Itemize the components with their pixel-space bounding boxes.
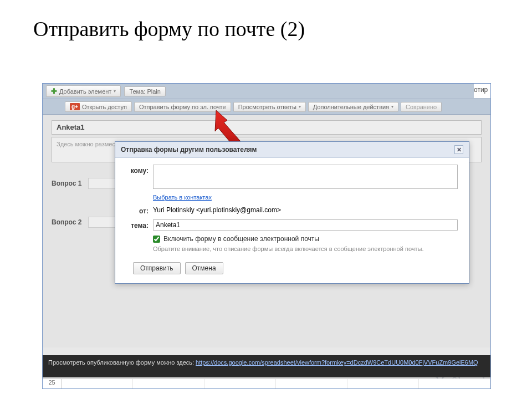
dialog-buttons: Отправить Отмена [133,262,458,274]
form-title-input[interactable]: Anketa1 [52,120,482,135]
send-email-button[interactable]: Отправить форму по эл. почте [134,102,231,112]
cancel-button[interactable]: Отмена [185,262,223,274]
footer-bar: Просмотреть опубликованную форму можно з… [43,355,490,377]
include-form-checkbox[interactable] [153,236,160,243]
theme-label: Тема: Plain [129,88,160,95]
question-2-label: Вопрос 2 [52,218,81,226]
screenshot-region: отир G ✚ Добавить элемент ▾ Тема: Plain … [42,83,491,389]
from-row: от: Yuri Plotinskiy <yuri.plotinskiy@gma… [126,205,458,215]
view-responses-label: Просмотреть ответы [238,104,296,110]
theme-button[interactable]: Тема: Plain [124,86,165,96]
gplus-icon: g+ [70,103,80,110]
view-responses-button[interactable]: Просмотреть ответы ▾ [233,102,306,112]
include-form-label: Включить форму в сообщение электронной п… [163,235,319,243]
include-note: Обратите внимание, что описание формы вс… [153,245,441,253]
add-item-button[interactable]: ✚ Добавить элемент ▾ [46,85,121,97]
subject-row: тема: [126,219,458,231]
dialog-body: кому: Выбрать в контактах от: Yuri Ploti… [115,158,469,283]
share-button[interactable]: g+ Открыть доступ [65,101,132,112]
to-label: кому: [126,165,149,175]
sheet-cell[interactable] [133,379,204,388]
dialog-title: Отправка формы другим пользователям [121,146,257,154]
close-icon: ✕ [457,146,462,154]
sheet-cell[interactable] [276,379,347,388]
share-label: Открыть доступ [82,104,127,110]
saved-indicator: Сохранено [401,102,442,112]
toolbar-secondary: g+ Открыть доступ Отправить форму по эл.… [43,99,490,115]
sheet-cell[interactable] [347,379,419,388]
choose-contacts-link[interactable]: Выбрать в контактах [153,194,212,201]
subject-label: тема: [126,219,149,229]
to-input[interactable] [153,165,458,189]
add-item-label: Добавить элемент [59,88,111,95]
subject-input[interactable] [153,219,458,231]
saved-label: Сохранено [406,104,437,110]
chevron-down-icon: ▾ [299,104,301,109]
sheet-cell[interactable] [62,379,133,388]
send-form-dialog: Отправка формы другим пользователям ✕ ко… [115,141,469,284]
question-1-label: Вопрос 1 [52,180,81,187]
dialog-header: Отправка формы другим пользователям ✕ [115,142,469,158]
more-actions-label: Дополнительные действия [313,104,389,110]
spreadsheet-row: 25 [43,378,490,388]
sheet-cell[interactable] [419,379,490,388]
send-email-label: Отправить форму по эл. почте [139,104,226,110]
from-value: Yuri Plotinskiy <yuri.plotinskiy@gmail.c… [153,205,281,214]
from-label: от: [126,205,149,215]
send-button[interactable]: Отправить [133,262,181,274]
more-actions-button[interactable]: Дополнительные действия ▾ [308,102,398,112]
include-form-row: Включить форму в сообщение электронной п… [153,235,458,243]
to-row: кому: [126,165,458,189]
row-number: 25 [43,379,62,388]
cutoff-text: отир [474,84,490,98]
chevron-down-icon: ▾ [114,89,116,94]
sheet-cell[interactable] [204,379,276,388]
slide-title: Отправить форму по почте (2) [0,0,532,52]
footer-link[interactable]: https://docs.google.com/spreadsheet/view… [196,359,478,366]
footer-text: Просмотреть опубликованную форму можно з… [48,359,196,366]
close-button[interactable]: ✕ [454,145,463,154]
toolbar-primary: ✚ Добавить элемент ▾ Тема: Plain [43,84,490,99]
chevron-down-icon: ▾ [391,104,393,109]
plus-icon: ✚ [51,87,57,95]
